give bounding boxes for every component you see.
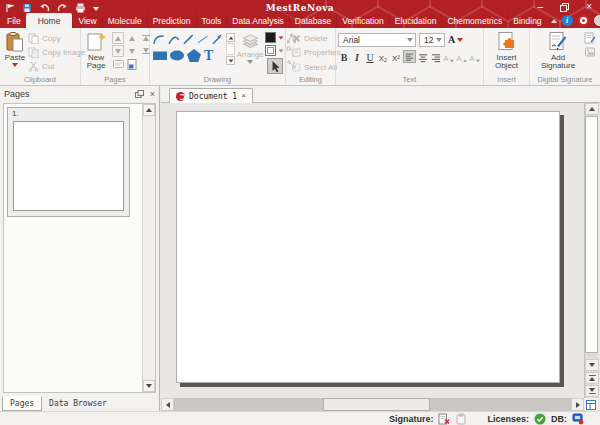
arrange-layers-icon (242, 34, 259, 49)
previous-page-button[interactable] (126, 32, 138, 44)
arrange-button[interactable]: Arrange (237, 30, 263, 74)
bottom-tab-pages[interactable]: Pages (2, 396, 42, 411)
bold-button[interactable]: B (338, 50, 350, 63)
document-page[interactable] (176, 111, 560, 383)
scroll-down-button[interactable] (585, 359, 599, 371)
panel-scroll-up-button[interactable] (143, 104, 155, 116)
vertical-scrollbar[interactable] (584, 103, 598, 398)
fill-color-swatch[interactable] (265, 32, 276, 43)
document-canvas[interactable] (161, 103, 584, 398)
ellipse-tool-icon[interactable] (169, 48, 185, 63)
fill-color-dropdown-icon[interactable] (279, 36, 284, 39)
select-all-button[interactable]: Select All (292, 61, 340, 74)
tab-tools[interactable]: Tools (196, 13, 227, 28)
paste-button[interactable]: Paste (2, 30, 28, 74)
font-shrink-button[interactable]: A (443, 50, 455, 63)
italic-button[interactable]: I (351, 50, 363, 63)
minimize-button[interactable]: – (538, 2, 544, 12)
font-grow-button[interactable]: A (456, 50, 468, 63)
next-page-nav-button[interactable] (585, 385, 599, 397)
text-tool-icon[interactable]: T (203, 49, 213, 62)
font-color-button[interactable]: A (448, 35, 463, 45)
new-page-button[interactable]: New Page (83, 30, 109, 74)
db-status-icon[interactable] (572, 413, 584, 425)
line-color-swatch[interactable] (265, 45, 276, 56)
page-setup-button[interactable] (126, 58, 138, 70)
tab-binding[interactable]: Binding (507, 13, 546, 28)
close-panel-icon[interactable]: × (150, 89, 155, 99)
drawing-scroll-track[interactable] (226, 43, 235, 55)
tab-chemometrics[interactable]: Chemometrics (441, 13, 507, 28)
tab-prediction[interactable]: Prediction (147, 13, 196, 28)
pages-panel-scrollbar[interactable] (142, 104, 155, 392)
font-size-select[interactable]: 12 (419, 33, 445, 47)
signature-stamp-icon[interactable] (584, 46, 596, 58)
paste-dropdown-icon[interactable] (12, 63, 18, 67)
tab-elucidation[interactable]: Elucidation (389, 13, 442, 28)
drawing-scroll-down-button[interactable] (226, 56, 235, 65)
signature-settings-icon[interactable] (584, 32, 596, 44)
tab-data-analysis[interactable]: Data Analysis (226, 13, 289, 28)
polyline-tool-icon[interactable] (196, 32, 210, 46)
horizontal-scrollbar[interactable] (161, 398, 584, 411)
curved-arrow-tool-icon[interactable] (152, 32, 166, 46)
more-tabs-arrow-icon[interactable] (551, 19, 557, 23)
align-left-button[interactable] (403, 50, 416, 63)
delete-button[interactable]: Delete (292, 32, 340, 45)
properties-button[interactable]: Properties (292, 46, 340, 59)
signature-status-icon[interactable] (438, 413, 450, 425)
curve-tool-icon[interactable] (167, 32, 181, 46)
arrow-tool-icon[interactable] (210, 32, 224, 46)
pages-panel-header: Pages × (0, 86, 159, 102)
scroll-up-button[interactable] (585, 103, 599, 115)
panel-scroll-down-button[interactable] (143, 380, 155, 392)
copy-button[interactable]: Copy (28, 31, 85, 45)
font-reset-button[interactable]: A (469, 50, 481, 63)
underline-button[interactable]: U (364, 50, 376, 63)
page-thumbnail-1[interactable]: 1. (7, 107, 130, 217)
bottom-tab-data-browser[interactable]: Data Browser (42, 396, 114, 411)
previous-page-nav-button[interactable] (585, 372, 599, 384)
page-layout-icon[interactable] (586, 400, 596, 410)
scroll-right-button[interactable] (571, 398, 584, 411)
align-right-button[interactable] (430, 50, 442, 63)
line-color-dropdown-icon[interactable] (279, 49, 284, 52)
copy-image-label: Copy Image (42, 48, 85, 57)
tab-verification[interactable]: Verification (336, 13, 389, 28)
horizontal-scroll-thumb[interactable] (323, 398, 430, 411)
tab-database[interactable]: Database (289, 13, 336, 28)
rectangle-tool-icon[interactable] (152, 48, 168, 63)
vertical-scroll-thumb[interactable] (585, 116, 598, 353)
signature-clipboard-icon[interactable] (455, 413, 467, 425)
float-panel-icon[interactable] (135, 90, 144, 98)
document-tab-close-icon[interactable]: × (241, 92, 246, 100)
add-signature-button[interactable]: Add Signature (536, 30, 580, 74)
polygon-tool-icon[interactable] (186, 48, 202, 63)
last-page-button[interactable] (112, 45, 124, 57)
document-tab[interactable]: Document 1 × (169, 88, 253, 103)
drawing-scroll-up-button[interactable] (226, 33, 235, 42)
subscript-button[interactable]: X₂ (377, 50, 389, 63)
insert-object-button[interactable]: Insert Object (489, 30, 525, 74)
close-button[interactable]: × (586, 2, 592, 12)
line-tool-icon[interactable] (181, 32, 195, 46)
help-icon[interactable] (594, 15, 600, 26)
tab-view[interactable]: View (72, 13, 101, 28)
licenses-ok-icon[interactable] (534, 413, 546, 425)
first-page-button[interactable] (112, 32, 124, 44)
updates-icon[interactable] (578, 15, 589, 26)
scroll-left-button[interactable] (161, 398, 174, 411)
tab-home[interactable]: Home (26, 13, 73, 28)
tab-molecule[interactable]: Molecule (102, 13, 147, 28)
copy-image-button[interactable]: Copy Image (28, 45, 85, 59)
restore-button[interactable] (560, 3, 569, 12)
cut-button[interactable]: Cut (28, 59, 85, 73)
selection-pointer-button[interactable] (267, 58, 283, 74)
align-center-button[interactable] (417, 50, 429, 63)
info-icon[interactable]: i (562, 15, 573, 26)
page-properties-button[interactable] (112, 58, 124, 70)
superscript-button[interactable]: X² (390, 50, 402, 63)
tab-file[interactable]: File (2, 13, 26, 28)
font-family-select[interactable]: Arial (338, 33, 416, 47)
next-page-button[interactable] (126, 45, 138, 57)
